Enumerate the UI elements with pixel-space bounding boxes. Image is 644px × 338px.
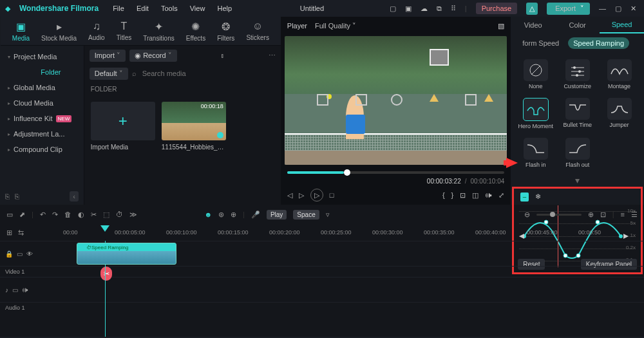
snowflake-icon[interactable]: ❄: [535, 192, 541, 202]
layout-icon[interactable]: ▢: [390, 5, 396, 13]
audio-lock-icon[interactable]: ♪: [5, 286, 8, 294]
next-frame-icon[interactable]: ▷: [299, 191, 304, 200]
prev-frame-icon[interactable]: ◁: [287, 191, 292, 200]
scrub-bar[interactable]: [287, 171, 504, 174]
tree-influence-kit[interactable]: ▸Influence KitNEW: [0, 111, 84, 126]
tree-compound-clip[interactable]: ▸Compound Clip: [0, 142, 84, 157]
fullscreen-icon[interactable]: ⤢: [498, 191, 504, 200]
undo-icon[interactable]: ↶: [40, 211, 46, 219]
preset-montage[interactable]: Montage: [600, 57, 639, 93]
visibility-icon[interactable]: 👁: [26, 250, 33, 258]
rtab-speed[interactable]: Speed: [600, 17, 644, 33]
graph-toggle-icon[interactable]: −: [520, 192, 528, 202]
mark-in-icon[interactable]: {: [442, 191, 445, 199]
tree-adjustment-layer[interactable]: ▸Adjustment La...: [0, 126, 84, 142]
stop-icon[interactable]: □: [330, 191, 334, 199]
tree-cloud-media[interactable]: ▸Cloud Media: [0, 95, 84, 111]
subtab-uniform-speed[interactable]: form Speed: [517, 37, 564, 49]
tab-titles[interactable]: TTitles: [117, 21, 132, 41]
tab-effects[interactable]: ✺Effects: [186, 21, 205, 42]
more-icon[interactable]: ⋯: [269, 52, 276, 60]
save-icon[interactable]: ▣: [405, 5, 412, 13]
window-minimize[interactable]: —: [599, 5, 606, 12]
crop-icon[interactable]: ⬚: [103, 211, 109, 219]
cut-icon[interactable]: ✂: [91, 211, 97, 219]
settings-icon[interactable]: ⊕: [231, 211, 236, 219]
mark-out-icon[interactable]: }: [451, 191, 454, 199]
redo-icon[interactable]: ↷: [52, 211, 58, 219]
menu-edit[interactable]: Edit: [137, 5, 149, 12]
display-icon[interactable]: ⊡: [460, 191, 466, 200]
tab-transitions[interactable]: ✦Transitions: [143, 21, 175, 42]
presets-expand-icon[interactable]: ▾: [511, 175, 644, 185]
rtab-color[interactable]: Color: [555, 17, 600, 33]
menu-help[interactable]: Help: [217, 5, 232, 12]
delete-icon[interactable]: 🗑: [64, 211, 71, 218]
purchase-button[interactable]: Purchase: [476, 3, 517, 14]
pointer-icon[interactable]: ⬈: [19, 211, 25, 219]
clip-thumbnail[interactable]: 00:00:18: [162, 102, 226, 140]
menu-file[interactable]: File: [113, 5, 124, 12]
tree-project-media[interactable]: ▾Project Media: [0, 49, 84, 64]
tab-stickers[interactable]: ☺Stickers: [246, 21, 269, 41]
record-dropdown[interactable]: ◉ Record: [129, 50, 177, 62]
account-icon[interactable]: △: [526, 3, 538, 15]
search-input[interactable]: [140, 68, 276, 79]
cloud-icon[interactable]: ☁: [421, 5, 428, 13]
snapshot-icon[interactable]: ▧: [498, 22, 504, 30]
timeline-ruler[interactable]: ⊞ ⇆ 00:0000:00:05:0000:00:10:0000:00:15:…: [0, 224, 644, 241]
play-button[interactable]: ▷: [310, 189, 323, 202]
quality-dropdown[interactable]: Full Quality ˅: [315, 22, 356, 30]
export-button[interactable]: Export ˅: [547, 3, 590, 15]
video-preview[interactable]: [285, 36, 507, 165]
split-icon[interactable]: ◐: [78, 211, 84, 219]
audio-vis-icon[interactable]: 🕪: [22, 286, 28, 294]
tab-filters[interactable]: ❂Filters: [217, 21, 234, 42]
audio-track[interactable]: ♪▭🕪: [0, 277, 644, 302]
video-clip[interactable]: ⏱ Speed Ramping: [77, 243, 176, 265]
subtab-speed-ramping[interactable]: Speed Ramping: [568, 37, 629, 49]
audio-mute-icon[interactable]: ▭: [12, 286, 18, 294]
collapse-tree-icon[interactable]: ‹: [70, 191, 79, 202]
window-maximize[interactable]: ▢: [615, 5, 621, 13]
volume-icon[interactable]: 🕪: [485, 191, 492, 199]
plus-icon[interactable]: +: [91, 102, 155, 140]
tab-stock-media[interactable]: ▸Stock Media: [41, 21, 77, 42]
tab-audio[interactable]: ♫Audio: [88, 21, 105, 41]
apps-icon[interactable]: ⠿: [451, 5, 456, 13]
menu-tools[interactable]: Tools: [161, 5, 178, 12]
notify-icon[interactable]: ⧉: [437, 5, 442, 13]
preset-none[interactable]: None: [516, 57, 555, 93]
preset-bullet-time[interactable]: Bullet Time: [558, 95, 597, 133]
video-track[interactable]: 🔒▭👁 ⏱ Speed Ramping: [0, 241, 644, 266]
color-icon[interactable]: ⊛: [218, 211, 224, 219]
ai-icon[interactable]: ☻: [204, 211, 212, 218]
lock-icon[interactable]: 🔒: [5, 250, 13, 258]
import-dropdown[interactable]: Import: [90, 50, 126, 62]
marker-icon[interactable]: ▿: [326, 211, 330, 219]
preset-jumper[interactable]: Jumper: [600, 95, 639, 133]
new-folder-icon[interactable]: ⎘: [15, 192, 19, 200]
mic-icon[interactable]: 🎤: [251, 211, 260, 219]
menu-view[interactable]: View: [190, 5, 205, 12]
tree-folder[interactable]: Folder: [0, 64, 84, 80]
import-media-card[interactable]: + Import Media: [91, 102, 155, 151]
window-close[interactable]: ✕: [630, 5, 636, 13]
media-clip-card[interactable]: 00:00:18 1115544_Hobbies_Tennis_19...: [162, 102, 226, 151]
preset-flash-out[interactable]: Flash out: [558, 135, 597, 171]
sort-dropdown[interactable]: Default: [90, 68, 128, 80]
tree-global-media[interactable]: ▸Global Media: [0, 80, 84, 95]
play-tag[interactable]: Play: [267, 210, 287, 220]
rtab-video[interactable]: Video: [511, 17, 555, 33]
tab-media[interactable]: ▣Media: [12, 21, 30, 42]
preset-hero-moment[interactable]: Hero Moment: [516, 95, 555, 133]
select-tool-icon[interactable]: ▭: [6, 211, 13, 219]
zoom-slider[interactable]: [536, 214, 582, 216]
preset-customize[interactable]: Customize: [558, 57, 597, 93]
preset-flash-in[interactable]: Flash in: [516, 135, 555, 171]
mute-icon[interactable]: ▭: [17, 250, 23, 258]
cut-handle-icon[interactable]: ✂: [100, 267, 112, 281]
camera-icon[interactable]: ◫: [472, 191, 478, 200]
more-tools-icon[interactable]: ≫: [129, 211, 137, 219]
filter-icon[interactable]: ⫾: [221, 52, 225, 59]
